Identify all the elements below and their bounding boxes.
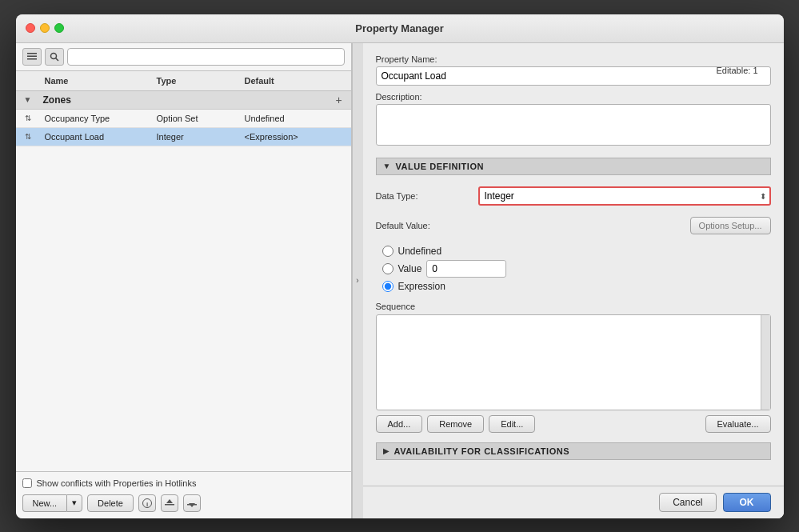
panel-divider[interactable]: › xyxy=(352,43,363,518)
main-window: Property Manager xyxy=(16,14,784,518)
data-type-label: Data Type: xyxy=(376,191,472,201)
radio-expression-label: Expression xyxy=(398,281,445,292)
options-setup-button[interactable]: Options Setup... xyxy=(690,217,771,234)
description-textarea[interactable] xyxy=(376,104,771,146)
conflicts-checkbox-row: Show conflicts with Properties in Hotlin… xyxy=(22,478,345,488)
radio-group: Undefined Value Expression xyxy=(376,246,771,292)
col-default: Default xyxy=(240,74,351,87)
left-footer: Show conflicts with Properties in Hotlin… xyxy=(16,471,351,518)
svg-rect-2 xyxy=(27,58,37,60)
conflicts-checkbox[interactable] xyxy=(22,478,32,488)
svg-text:i: i xyxy=(146,500,148,507)
group-zones[interactable]: ▼ Zones + xyxy=(16,91,351,110)
avail-label: AVAILABILITY FOR CLASSIFICATIONS xyxy=(394,446,570,456)
sequence-box xyxy=(376,314,771,410)
radio-value-label: Value xyxy=(398,263,422,274)
radio-value[interactable] xyxy=(382,263,394,274)
col-name: Name xyxy=(40,74,152,87)
cancel-button[interactable]: Cancel xyxy=(659,493,716,512)
row-name: Occupancy Type xyxy=(40,112,152,125)
traffic-lights xyxy=(26,23,64,33)
avail-collapse-icon[interactable]: ▶ xyxy=(383,446,390,455)
radio-expression[interactable] xyxy=(382,281,394,292)
default-value-row: Default Value: Options Setup... xyxy=(376,217,771,234)
description-label: Description: xyxy=(376,92,771,102)
svg-line-4 xyxy=(55,58,58,61)
value-input[interactable] xyxy=(426,260,506,278)
row-type: Option Set xyxy=(152,112,240,125)
group-arrow-icon: ▼ xyxy=(16,95,40,104)
delete-button[interactable]: Delete xyxy=(87,494,134,512)
description-section: Description: xyxy=(376,92,771,148)
row-name: Occupant Load xyxy=(40,130,152,143)
table-body: ▼ Zones + ⇅ Occupancy Type Option Set Un… xyxy=(16,91,351,471)
title-bar: Property Manager xyxy=(16,14,784,43)
data-type-row: Data Type: Integer String Boolean Number… xyxy=(376,186,771,206)
row-default: <Expression> xyxy=(240,130,351,143)
left-panel: Name Type Default ▼ Zones + ⇅ Occupancy … xyxy=(16,43,352,518)
sequence-buttons: Add... Remove Edit... Evaluate... xyxy=(376,415,771,433)
radio-undefined-label: Undefined xyxy=(398,246,442,257)
radio-undefined-row: Undefined xyxy=(382,246,771,257)
radio-expression-row: Expression xyxy=(382,281,771,292)
property-name-label: Property Name: xyxy=(376,54,771,64)
radio-value-row: Value xyxy=(382,260,771,278)
list-view-icon[interactable] xyxy=(22,48,42,66)
minimize-button[interactable] xyxy=(40,23,50,33)
section-collapse-icon[interactable]: ▼ xyxy=(383,162,391,170)
left-toolbar xyxy=(16,43,351,71)
right-content: Property Name: Editable: 1 Description: … xyxy=(363,43,784,486)
new-button[interactable]: New... xyxy=(22,494,67,512)
editable-label: Editable: 1 xyxy=(717,66,758,75)
section-label: VALUE DEFINITION xyxy=(395,162,484,171)
value-definition-header: ▼ VALUE DEFINITION xyxy=(376,158,771,175)
property-name-input[interactable] xyxy=(376,66,771,86)
row-sort-icon: ⇅ xyxy=(16,132,40,141)
radio-undefined[interactable] xyxy=(382,246,394,257)
table-header: Name Type Default xyxy=(16,71,351,91)
group-label: Zones xyxy=(40,94,327,106)
row-sort-icon: ⇅ xyxy=(16,114,40,122)
data-type-select-wrapper: Integer String Boolean Number Option Set… xyxy=(478,186,771,206)
table-row[interactable]: ⇅ Occupant Load Integer <Expression> xyxy=(16,128,351,146)
row-type: Integer xyxy=(152,130,240,143)
svg-rect-7 xyxy=(165,504,174,506)
edit-button[interactable]: Edit... xyxy=(489,415,535,433)
svg-marker-8 xyxy=(166,499,173,503)
import-icon[interactable] xyxy=(161,494,178,512)
property-name-section: Property Name: Editable: 1 xyxy=(376,54,771,86)
default-value-label: Default Value: xyxy=(376,221,472,230)
data-type-select[interactable]: Integer String Boolean Number Option Set… xyxy=(478,186,771,206)
export-icon[interactable] xyxy=(183,494,201,512)
footer-buttons: New... ▾ Delete i xyxy=(22,494,345,512)
svg-rect-0 xyxy=(27,53,37,54)
col-icon xyxy=(16,74,40,87)
remove-button[interactable]: Remove xyxy=(427,415,484,433)
search-icon[interactable] xyxy=(45,48,64,66)
evaluate-button[interactable]: Evaluate... xyxy=(705,415,771,433)
window-title: Property Manager xyxy=(355,22,444,34)
maximize-button[interactable] xyxy=(54,23,64,33)
main-content: Name Type Default ▼ Zones + ⇅ Occupancy … xyxy=(16,43,784,518)
svg-rect-1 xyxy=(27,55,37,57)
search-input[interactable] xyxy=(67,48,345,66)
sequence-scrollbar[interactable] xyxy=(761,315,770,410)
new-dropdown-arrow[interactable]: ▾ xyxy=(66,494,82,512)
right-footer: Cancel OK xyxy=(363,486,784,518)
availability-section: ▶ AVAILABILITY FOR CLASSIFICATIONS xyxy=(376,442,771,460)
info-icon[interactable]: i xyxy=(138,494,156,512)
add-button[interactable]: Add... xyxy=(376,415,423,433)
sequence-section: Sequence Add... Remove Edit... Evaluate.… xyxy=(376,302,771,433)
svg-point-3 xyxy=(50,53,56,58)
group-add-icon[interactable]: + xyxy=(327,94,351,106)
ok-button[interactable]: OK xyxy=(723,493,771,512)
close-button[interactable] xyxy=(26,23,35,33)
row-default: Undefined xyxy=(240,112,351,125)
right-panel: Property Name: Editable: 1 Description: … xyxy=(363,43,784,518)
table-row[interactable]: ⇅ Occupancy Type Option Set Undefined xyxy=(16,110,351,128)
sequence-label: Sequence xyxy=(376,302,771,311)
col-type: Type xyxy=(152,74,240,87)
new-btn-group: New... ▾ xyxy=(22,494,83,512)
conflicts-label: Show conflicts with Properties in Hotlin… xyxy=(37,478,197,488)
